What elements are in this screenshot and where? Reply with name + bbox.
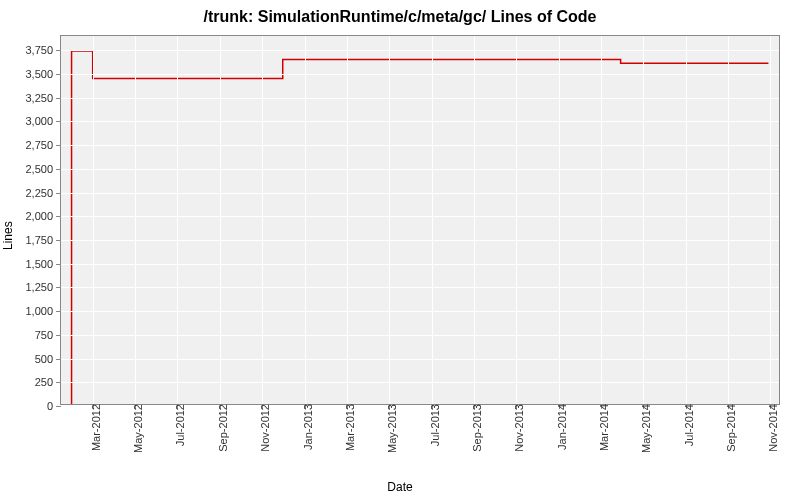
line-series	[61, 36, 779, 404]
plot-area: 02505007501,0001,2501,5001,7502,0002,250…	[60, 35, 780, 405]
x-tick-label: May-2014	[634, 404, 652, 453]
x-tick-label: Jul-2012	[168, 404, 186, 446]
x-axis-label: Date	[0, 480, 800, 494]
x-tick-label: Sep-2014	[719, 404, 737, 452]
x-tick-label: Nov-2013	[507, 404, 525, 452]
x-tick-label: Nov-2012	[253, 404, 271, 452]
y-tick-label: 2,000	[25, 210, 61, 222]
chart-title: /trunk: SimulationRuntime/c/meta/gc/ Lin…	[0, 8, 800, 26]
x-tick-label: Jul-2014	[677, 404, 695, 446]
y-tick-label: 1,500	[25, 258, 61, 270]
y-tick-label: 3,750	[25, 44, 61, 56]
x-tick-label: Mar-2013	[338, 404, 356, 451]
x-tick-label: May-2012	[126, 404, 144, 453]
y-tick-label: 2,250	[25, 187, 61, 199]
y-tick-label: 750	[35, 329, 61, 341]
y-tick-label: 3,250	[25, 92, 61, 104]
y-tick-label: 3,000	[25, 115, 61, 127]
x-tick-label: Mar-2012	[84, 404, 102, 451]
y-tick-label: 2,500	[25, 163, 61, 175]
x-tick-label: Sep-2012	[211, 404, 229, 452]
y-tick-label: 2,750	[25, 139, 61, 151]
x-tick-label: Nov-2014	[761, 404, 779, 452]
y-axis-label: Lines	[1, 221, 15, 250]
y-tick-label: 500	[35, 353, 61, 365]
x-tick-label: May-2013	[380, 404, 398, 453]
x-tick-label: Jan-2013	[296, 404, 314, 450]
y-tick-label: 0	[47, 400, 61, 412]
y-tick-label: 3,500	[25, 68, 61, 80]
chart-container: /trunk: SimulationRuntime/c/meta/gc/ Lin…	[0, 0, 800, 500]
x-tick-label: Jul-2013	[423, 404, 441, 446]
x-tick-label: Mar-2014	[592, 404, 610, 451]
x-tick-label: Jan-2014	[550, 404, 568, 450]
x-tick-label: Sep-2013	[465, 404, 483, 452]
y-tick-label: 250	[35, 376, 61, 388]
y-tick-label: 1,250	[25, 281, 61, 293]
y-tick-label: 1,750	[25, 234, 61, 246]
y-tick-label: 1,000	[25, 305, 61, 317]
